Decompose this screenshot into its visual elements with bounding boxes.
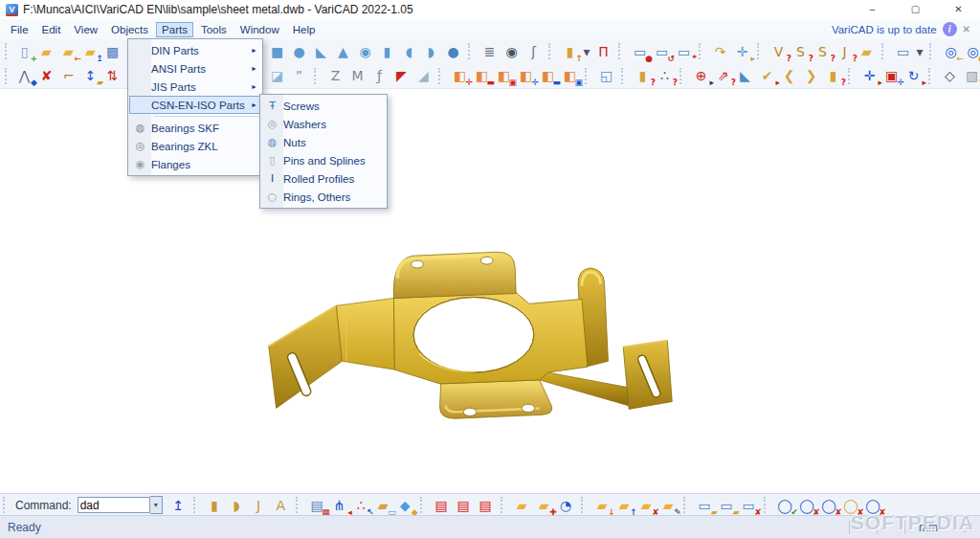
command-input[interactable] — [78, 497, 150, 513]
mirror-icon[interactable]: ◣ — [735, 66, 755, 85]
commandbar-grip[interactable] — [3, 497, 9, 513]
menu-item-washers[interactable]: ◎Washers — [261, 115, 386, 133]
boolean-subtract-icon[interactable]: ◧▬ — [472, 66, 492, 85]
part-links-icon[interactable]: ∴↖ — [351, 496, 371, 515]
bend-check-icon[interactable]: ✔▸ — [757, 66, 777, 85]
joint-query-icon[interactable]: J? — [835, 42, 855, 61]
cancel-icon[interactable]: ◯✘ — [819, 496, 839, 515]
menu-edit[interactable]: Edit — [36, 22, 67, 37]
menu-view[interactable]: View — [68, 22, 103, 37]
menu-window[interactable]: Window — [234, 22, 285, 37]
cube-move-icon[interactable]: ▧↑ — [962, 66, 980, 85]
move-3d-icon[interactable]: ✛▸ — [859, 66, 880, 85]
thread-rod-icon[interactable]: ≣ — [479, 42, 500, 61]
boolean-window-icon[interactable]: ▭● — [630, 42, 650, 61]
merge-file-icon[interactable]: ▰← — [58, 42, 78, 61]
monitor-folder-icon-1[interactable]: ▭▰ — [695, 496, 715, 515]
maximize-button[interactable]: ▢ — [894, 0, 937, 19]
path-points-icon[interactable]: ⊕▸ — [691, 66, 711, 85]
display-dropdown-caret[interactable]: ▾ — [915, 42, 924, 61]
view-query-icon[interactable]: V? — [768, 42, 789, 61]
vertex-info-icon[interactable]: ∴? — [655, 66, 675, 85]
solid-cone-icon[interactable]: ▲ — [333, 42, 353, 61]
spec-list-icon[interactable]: ▤▦ — [307, 496, 327, 515]
new-document-icon[interactable]: ▯+ — [14, 42, 34, 61]
delete-icon[interactable]: ✘ — [36, 66, 56, 85]
menu-tools[interactable]: Tools — [195, 22, 233, 37]
solid-cylinder-icon[interactable]: ▮ — [377, 42, 397, 61]
bom-table-icon-1[interactable]: ▤ — [432, 496, 452, 515]
wedge-gray-icon[interactable]: ◢ — [413, 66, 434, 85]
solid-info-icon[interactable]: ▮? — [633, 66, 653, 85]
thread-f-icon[interactable]: ƒ — [369, 66, 390, 85]
monitor-folder-icon-3[interactable]: ▭✘ — [739, 496, 759, 515]
zoom-back-icon[interactable]: ◎← — [941, 42, 961, 61]
close-button[interactable]: ✕ — [937, 0, 980, 19]
bom-table-icon-2[interactable]: ▤ — [454, 496, 474, 515]
boolean-window3-icon[interactable]: ▭* — [674, 42, 694, 61]
render-drop-icon[interactable]: ◆◆ — [395, 496, 415, 515]
spring-icon[interactable]: ʃ — [523, 42, 544, 61]
vector-query-icon[interactable]: ⇗? — [713, 66, 733, 85]
monitor-folder-icon-2[interactable]: ▭▰ — [717, 496, 737, 515]
sheet-unfold-icon[interactable]: ❮ — [779, 66, 799, 85]
eraser-icon[interactable]: ▰ — [857, 42, 877, 61]
save-icon[interactable]: ▩ — [102, 42, 122, 61]
menu-item-bearings-skf[interactable]: ◍Bearings SKF — [129, 119, 261, 137]
solid-box-icon[interactable]: ■ — [267, 42, 287, 61]
solid-sphere2-icon[interactable]: ● — [443, 42, 463, 61]
edit-tool-icon[interactable]: ⌐ — [58, 66, 78, 85]
folder-parts-icon[interactable]: ▰✚ — [534, 496, 554, 515]
solid-cut-cylinder2-icon[interactable]: ◗ — [421, 42, 441, 61]
menu-objects[interactable]: Objects — [105, 22, 154, 37]
menu-item-din-parts[interactable]: DIN Parts► — [129, 41, 261, 59]
boolean-subtract-copy-icon[interactable]: ◧▬ — [538, 66, 558, 85]
text-3d-icon[interactable]: A — [271, 496, 291, 515]
menu-item-rolled-profiles[interactable]: ΙRolled Profiles — [261, 169, 386, 188]
boolean-union-copy-icon[interactable]: ◧✛ — [516, 66, 536, 85]
menu-item-csn-en-iso-parts[interactable]: CSN-EN-ISO Parts► — [129, 96, 261, 114]
move-tool-icon[interactable]: ↕▰ — [80, 66, 100, 85]
menu-file[interactable]: File — [5, 22, 34, 37]
measure-icon[interactable]: ⋀◆ — [14, 66, 34, 85]
extrude-dropdown-caret[interactable]: ▾ — [582, 42, 591, 61]
revolve-icon[interactable]: Π — [593, 42, 613, 61]
export-icon[interactable]: ↥ — [168, 496, 189, 515]
folder-up-icon[interactable]: ▰↑ — [614, 496, 635, 515]
solid-query2-icon[interactable]: S? — [813, 42, 833, 61]
confirm-icon[interactable]: ◯✔ — [775, 496, 795, 515]
solid-cut-cylinder-icon[interactable]: ◖ — [399, 42, 419, 61]
menu-help[interactable]: Help — [287, 22, 322, 37]
sheet-fold-icon[interactable]: ❯ — [801, 66, 821, 85]
folder-delete-icon[interactable]: ▰✘ — [636, 496, 657, 515]
menu-item-jis-parts[interactable]: JIS Parts► — [129, 78, 261, 96]
blend-gold-icon[interactable]: ◗ — [227, 496, 247, 515]
ditto-icon[interactable]: ” — [289, 66, 309, 85]
wedge-red-icon[interactable]: ◤ — [391, 66, 412, 85]
impeller-icon[interactable]: ◉ — [501, 42, 522, 61]
folder-edit-icon[interactable]: ▰✎ — [658, 496, 679, 515]
minimize-button[interactable]: – — [851, 0, 894, 19]
thread-m-icon[interactable]: M — [347, 66, 368, 85]
rotate-3d-icon[interactable]: ↻▸ — [903, 66, 924, 85]
menu-item-flanges[interactable]: ◉Flanges — [129, 155, 261, 173]
boolean-intersect-icon[interactable]: ◧▣ — [494, 66, 514, 85]
menu-item-ansi-parts[interactable]: ANSI Parts► — [129, 59, 261, 78]
update-close-icon[interactable]: ✕ — [963, 24, 970, 34]
solid-hole-cylinder-icon[interactable]: ◉ — [355, 42, 375, 61]
wire-cube-icon[interactable]: ◇ — [940, 66, 960, 85]
open-file-icon[interactable]: ▰ — [36, 42, 56, 61]
pipe-gold-icon[interactable]: J — [249, 496, 269, 515]
insert-axes-icon[interactable]: ✛▸ — [732, 42, 752, 61]
extrude-icon[interactable]: ▮↑ — [560, 42, 580, 61]
menu-item-screws[interactable]: ŦScrews — [261, 97, 386, 115]
solid-gold-icon[interactable]: ▮ — [205, 496, 225, 515]
folder-monitor-icon[interactable]: ▰▭ — [373, 496, 393, 515]
sheet-metal-part[interactable] — [255, 213, 687, 434]
update-orbit-icon[interactable]: ◔ — [556, 496, 576, 515]
solid-frustum-icon[interactable]: ◣ — [311, 42, 331, 61]
toolbar-grip[interactable] — [5, 68, 11, 84]
command-dropdown-caret[interactable]: ▼ — [150, 496, 163, 514]
insert-solid-icon[interactable]: ↷ — [710, 42, 730, 61]
library-open-icon[interactable]: ▰ — [512, 496, 532, 515]
